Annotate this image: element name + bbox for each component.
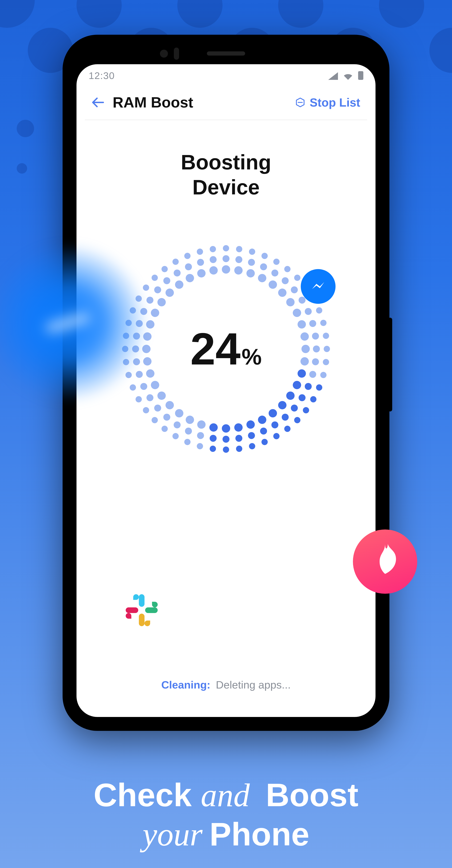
svg-point-13 — [324, 346, 330, 352]
bg-dot — [278, 0, 323, 28]
slack-icon — [122, 590, 162, 630]
svg-point-4 — [261, 253, 268, 259]
phone-screen: 12:30 RAM Boost Stop L — [77, 64, 375, 717]
svg-point-119 — [158, 392, 166, 400]
svg-point-73 — [197, 432, 204, 439]
bg-dot — [77, 0, 122, 28]
svg-point-15 — [320, 372, 327, 378]
svg-point-44 — [162, 266, 168, 272]
svg-point-50 — [235, 256, 242, 263]
svg-point-57 — [305, 308, 312, 315]
svg-point-132 — [209, 266, 218, 275]
svg-point-120 — [151, 381, 159, 389]
phone-camera — [160, 50, 168, 58]
svg-point-99 — [286, 298, 295, 306]
svg-point-34 — [130, 384, 136, 391]
svg-rect-136 — [126, 608, 138, 613]
svg-point-117 — [175, 409, 183, 417]
svg-point-59 — [312, 333, 319, 340]
svg-point-31 — [151, 417, 158, 423]
svg-point-121 — [146, 369, 154, 378]
svg-point-48 — [210, 246, 216, 252]
svg-point-131 — [197, 269, 206, 277]
svg-point-97 — [269, 281, 277, 289]
svg-point-64 — [299, 394, 306, 401]
svg-point-12 — [323, 333, 329, 339]
svg-point-93 — [222, 265, 230, 274]
boost-heading: Boosting Device — [77, 120, 375, 210]
back-icon[interactable] — [92, 97, 104, 107]
svg-point-54 — [282, 277, 289, 284]
svg-point-90 — [185, 264, 192, 270]
tagline-word: and — [201, 777, 250, 813]
svg-point-113 — [222, 424, 230, 433]
svg-point-14 — [323, 359, 329, 365]
app-bar: RAM Boost Stop List — [85, 87, 367, 120]
svg-point-102 — [301, 332, 309, 341]
svg-point-63 — [305, 383, 312, 390]
svg-point-49 — [223, 255, 229, 262]
svg-point-2 — [236, 246, 242, 252]
svg-point-115 — [197, 421, 206, 429]
svg-point-21 — [273, 433, 280, 439]
svg-point-16 — [316, 384, 322, 391]
svg-point-105 — [298, 369, 306, 378]
svg-point-95 — [247, 269, 255, 277]
svg-point-1 — [223, 245, 229, 251]
progress-unit: % — [242, 344, 262, 370]
svg-point-118 — [166, 401, 174, 409]
svg-point-7 — [294, 275, 301, 281]
svg-point-70 — [235, 435, 242, 442]
messenger-icon — [301, 269, 336, 304]
svg-point-103 — [302, 345, 310, 353]
svg-point-100 — [293, 309, 301, 317]
svg-point-80 — [136, 371, 143, 378]
svg-point-122 — [143, 357, 151, 366]
svg-point-108 — [278, 401, 286, 409]
bg-dot — [177, 0, 223, 28]
svg-point-33 — [136, 396, 142, 402]
svg-rect-134 — [145, 608, 158, 613]
svg-rect-135 — [139, 614, 144, 626]
svg-point-74 — [185, 428, 192, 435]
svg-point-22 — [261, 439, 268, 445]
svg-point-3 — [249, 249, 255, 255]
battery-icon — [358, 71, 363, 80]
svg-point-60 — [313, 345, 320, 352]
svg-point-20 — [284, 426, 290, 432]
svg-point-56 — [299, 297, 306, 304]
svg-point-92 — [210, 256, 217, 263]
signal-icon — [328, 72, 338, 80]
marketing-tagline: Check and Boost yourPhone — [0, 775, 452, 854]
svg-point-129 — [175, 281, 183, 289]
svg-point-114 — [209, 423, 218, 432]
svg-point-30 — [162, 426, 168, 432]
svg-point-72 — [210, 435, 217, 442]
cleaning-label: Cleaning: — [161, 679, 210, 691]
status-time: 12:30 — [89, 70, 115, 81]
svg-point-107 — [286, 392, 295, 400]
svg-point-127 — [158, 298, 166, 306]
svg-point-65 — [291, 405, 298, 412]
phone-sensor — [174, 48, 179, 60]
tinder-icon — [353, 529, 417, 594]
svg-point-77 — [154, 405, 161, 412]
phone-side-button — [388, 318, 392, 411]
svg-point-71 — [223, 436, 229, 443]
wifi-icon — [342, 72, 354, 80]
svg-point-18 — [303, 407, 309, 413]
svg-point-47 — [197, 249, 203, 255]
svg-point-91 — [197, 259, 204, 266]
svg-point-26 — [210, 446, 216, 452]
bg-dot — [429, 28, 452, 73]
bg-dot — [17, 120, 34, 137]
svg-point-87 — [154, 286, 161, 293]
bg-dot — [0, 0, 35, 28]
svg-point-78 — [146, 394, 153, 401]
svg-point-51 — [248, 259, 255, 266]
stop-list-button[interactable]: Stop List — [295, 96, 360, 109]
svg-point-24 — [236, 446, 242, 452]
tagline-word: your — [143, 816, 202, 852]
svg-point-98 — [278, 288, 286, 297]
svg-point-89 — [174, 270, 180, 277]
